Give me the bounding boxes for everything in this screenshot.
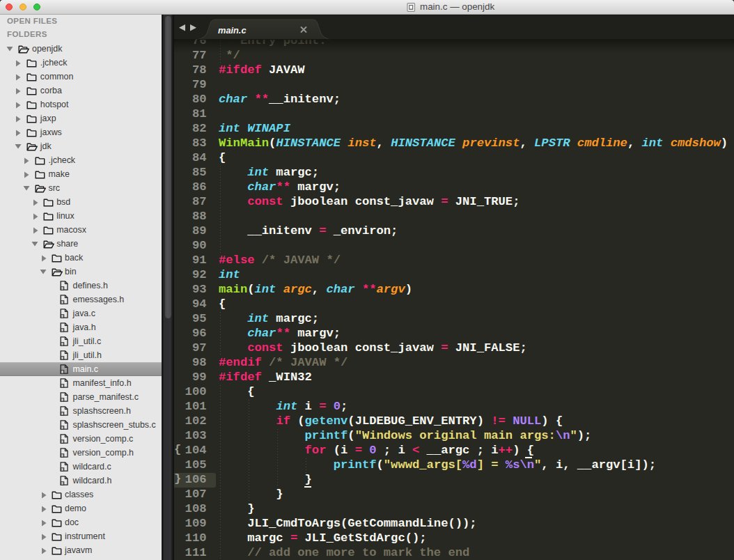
svg-text:main.c: main.c xyxy=(218,25,247,36)
